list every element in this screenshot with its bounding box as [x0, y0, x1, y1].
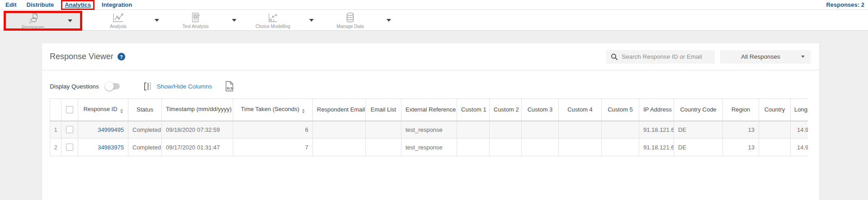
nav-item-analytics[interactable]: Analytics	[65, 1, 91, 9]
display-questions-label: Display Questions	[50, 83, 99, 90]
toolbar-label-choice-modelling: Choice Modelling	[255, 24, 290, 29]
cell-custom-2	[490, 139, 522, 156]
header-longitude: Longitude	[791, 99, 808, 121]
show-hide-columns-button[interactable]: Show/Hide Columns	[144, 82, 212, 91]
toolbar-label-text-analysis: Text Analysis	[183, 24, 209, 29]
toolbar-button-responses[interactable]: Responses	[6, 13, 80, 28]
table-header-row: Response ID Status Timestamp (mm/dd/yyyy…	[50, 99, 808, 121]
svg-text:XLS: XLS	[226, 87, 233, 90]
analytics-highlight-box: Analytics	[61, 0, 94, 10]
nav-item-edit[interactable]: Edit	[5, 1, 17, 9]
manage-data-icon	[345, 12, 355, 23]
cell-ip-address: 91.18.121.6	[639, 139, 674, 156]
top-nav: Edit Distribute Analytics Integration Re…	[0, 0, 868, 10]
header-custom-2: Custom 2	[490, 99, 522, 121]
cell-respondent-email	[313, 139, 366, 156]
cell-status: Completed	[128, 139, 162, 156]
row-checkbox[interactable]	[66, 144, 73, 151]
header-select-all	[61, 99, 78, 121]
responses-table: Response ID Status Timestamp (mm/dd/yyyy…	[50, 98, 808, 156]
row-number: 1	[50, 121, 61, 139]
chevron-down-icon	[801, 56, 805, 58]
row-select-cell	[61, 121, 78, 139]
show-hide-columns-label: Show/Hide Columns	[157, 83, 212, 90]
analytics-toolbar: Responses Analysis	[0, 10, 868, 31]
responses-highlight-box: Responses	[4, 11, 82, 31]
page-background: Response Viewer ? All Responses	[0, 31, 868, 200]
nav-item-distribute[interactable]: Distribute	[27, 1, 54, 9]
cell-longitude: 14.98	[791, 121, 808, 139]
toolbar-button-choice-modelling[interactable]: Choice Modelling	[244, 10, 321, 30]
text-analysis-icon	[191, 12, 201, 23]
export-xls-button[interactable]: XLS	[225, 81, 234, 92]
header-custom-5: Custom 5	[602, 99, 639, 121]
response-viewer-panel: Response Viewer ? All Responses	[42, 43, 819, 200]
header-status: Status	[128, 99, 162, 121]
display-questions-toggle[interactable]	[105, 83, 120, 89]
toolbar-button-text-analysis[interactable]: Text Analysis	[167, 10, 244, 30]
cell-custom-5	[602, 121, 639, 139]
header-country-code: Country Code	[674, 99, 723, 121]
header-respondent-email: Respondent Email	[313, 99, 366, 121]
header-email-list: Email List	[366, 99, 401, 121]
responses-count: Responses: 2	[826, 1, 864, 8]
cell-custom-3	[522, 121, 559, 139]
cell-external-reference: test_response	[401, 139, 457, 156]
panel-header: Response Viewer ? All Responses	[42, 43, 819, 70]
cell-longitude: 14.98	[791, 139, 808, 156]
toolbar-label-responses: Responses	[22, 25, 44, 30]
cell-timestamp: 09/18/2020 07:32:59	[162, 121, 233, 139]
cell-region: 13	[723, 121, 759, 139]
table-row: 1 34999495 Completed 09/18/2020 07:32:59…	[50, 121, 808, 139]
toolbar-button-analysis[interactable]: Analysis	[90, 10, 167, 30]
search-input[interactable]	[622, 53, 710, 60]
filter-selected-value: All Responses	[720, 53, 801, 60]
toolbar-label-manage-data: Manage Data	[336, 24, 363, 29]
choice-modelling-dropdown-caret[interactable]	[302, 19, 321, 22]
cell-custom-3	[522, 139, 559, 156]
select-all-checkbox[interactable]	[66, 106, 73, 113]
responses-filter-dropdown[interactable]: All Responses	[720, 50, 811, 64]
cell-response-id: 34999495	[78, 121, 128, 139]
cell-custom-2	[490, 121, 522, 139]
response-id-link[interactable]: 34983975	[82, 144, 124, 151]
help-icon[interactable]: ?	[118, 53, 125, 60]
analysis-dropdown-caret[interactable]	[147, 19, 167, 22]
header-time-taken[interactable]: Time Taken (Seconds)	[233, 99, 313, 121]
cell-custom-4	[559, 139, 602, 156]
cell-region: 13	[723, 139, 759, 156]
header-response-id[interactable]: Response ID	[78, 99, 128, 121]
cell-email-list	[366, 121, 401, 139]
cell-custom-4	[559, 121, 602, 139]
row-select-cell	[61, 139, 78, 156]
cell-status: Completed	[128, 121, 162, 139]
table-row: 2 34983975 Completed 09/17/2020 01:31:47…	[50, 139, 808, 156]
cell-country	[759, 139, 791, 156]
cell-ip-address: 91.18.121.6	[639, 121, 674, 139]
responses-icon	[27, 13, 39, 24]
cell-country-code: DE	[674, 139, 723, 156]
choice-modelling-icon	[267, 13, 278, 23]
cell-custom-1	[457, 121, 490, 139]
toolbar-button-manage-data[interactable]: Manage Data	[321, 10, 399, 30]
response-id-link[interactable]: 34999495	[82, 126, 124, 133]
header-custom-3: Custom 3	[522, 99, 559, 121]
sort-icon	[120, 109, 123, 113]
cell-country	[759, 121, 791, 139]
manage-data-dropdown-caret[interactable]	[379, 19, 399, 22]
row-checkbox[interactable]	[66, 126, 73, 133]
header-country: Country	[759, 99, 791, 121]
cell-custom-5	[602, 139, 639, 156]
header-external-reference: External Reference	[401, 99, 457, 121]
header-custom-4: Custom 4	[559, 99, 602, 121]
table-controls: Display Questions Show/Hide Columns XLS	[42, 70, 819, 98]
analysis-icon	[112, 13, 124, 23]
responses-dropdown-caret[interactable]	[60, 19, 80, 22]
header-custom-1: Custom 1	[457, 99, 490, 121]
responses-table-container: Response ID Status Timestamp (mm/dd/yyyy…	[50, 98, 808, 156]
text-analysis-dropdown-caret[interactable]	[224, 19, 244, 22]
header-timestamp[interactable]: Timestamp (mm/dd/yyyy)	[162, 99, 233, 121]
nav-item-integration[interactable]: Integration	[102, 1, 132, 9]
header-row-number	[50, 99, 61, 121]
cell-country-code: DE	[674, 121, 723, 139]
